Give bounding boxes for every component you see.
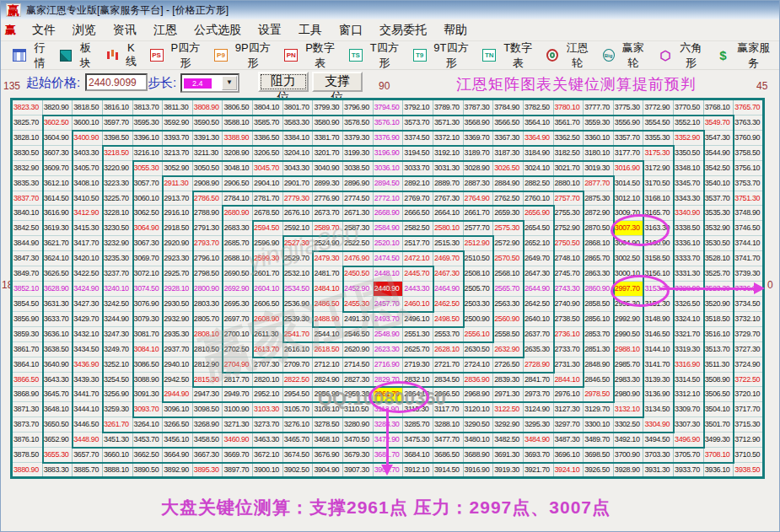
- toolbar-button-10[interactable]: Big赢家轮: [598, 38, 654, 73]
- start-price-input[interactable]: [85, 73, 148, 91]
- bigwheel-icon: Big: [603, 49, 615, 62]
- toolbar-button-label: 赢家服务: [733, 40, 774, 71]
- toolbar-button-7[interactable]: T99T四方形: [408, 38, 478, 73]
- app-window: 赢 赢家江恩专业版[赢家服务平台] - [价格正方形] 赢 文件浏览资讯江恩公式…: [0, 0, 780, 532]
- toolbar-button-12[interactable]: $赢家服务: [711, 38, 779, 73]
- box-orange-icon: P9: [214, 49, 228, 62]
- start-price-label: 起始价格:: [26, 75, 80, 91]
- status-bar: 大盘关键位测算：支撑2961点 压力：2997点、3007点: [1, 481, 779, 532]
- toolbar-button-2[interactable]: K线: [100, 39, 144, 72]
- toolbar-button-label: 9T四方形: [430, 40, 473, 71]
- grid-outer-border: [10, 98, 765, 479]
- toolbar-button-3[interactable]: PSP四方形: [145, 38, 210, 73]
- box-teal-icon: TS: [349, 49, 363, 62]
- header-note: 江恩矩阵图表关键位测算提前预判: [456, 74, 697, 94]
- toolbar-button-label: 六角形: [675, 40, 706, 71]
- toolbar-button-label: T四方形: [366, 40, 403, 71]
- toolbar-button-5[interactable]: PNP数字表: [279, 38, 344, 73]
- support-button[interactable]: 支撑位: [312, 72, 363, 92]
- box-teal-icon: T9: [413, 49, 427, 62]
- box-red-icon: PS: [150, 49, 164, 62]
- wheel-icon: [546, 49, 558, 62]
- hex-icon: ⬡: [659, 49, 672, 62]
- toolbar-button-label: P数字表: [301, 40, 339, 71]
- menu-item-6[interactable]: 工具: [291, 21, 330, 40]
- table-icon: [13, 49, 26, 62]
- toolbar: 行情板块K线PSP四方形P99P四方形PNP数字表TST四方形T99T四方形TN…: [1, 41, 779, 70]
- child-window-icon: 赢: [5, 23, 16, 38]
- toolbar-button-9[interactable]: 江恩轮: [541, 38, 597, 73]
- dollar-icon: $: [716, 49, 729, 62]
- gann-square-grid: 3823.303820.903818.503816.103813.703811.…: [10, 98, 767, 481]
- toolbar-button-0[interactable]: 行情: [8, 38, 55, 73]
- box-red-icon: PN: [284, 49, 298, 62]
- candle-icon: [105, 49, 119, 62]
- toolbar-button-6[interactable]: TST四方形: [344, 38, 408, 73]
- step-label: 步长:: [148, 75, 176, 91]
- step-selected-value: 2.4: [184, 78, 212, 89]
- resistance-button[interactable]: 阻力位: [258, 72, 309, 92]
- toolbar-button-label: 江恩轮: [562, 40, 592, 71]
- toolbar-button-11[interactable]: ⬡六角形: [654, 38, 711, 73]
- toolbar-button-label: 板块: [75, 40, 95, 71]
- menu-item-7[interactable]: 窗口: [331, 21, 370, 40]
- app-logo-icon: 赢: [6, 3, 21, 17]
- degree-label-45: 45: [756, 80, 767, 92]
- degree-label-0: 0: [767, 279, 773, 291]
- toolbar-button-label: K线: [122, 41, 139, 69]
- title-bar: 赢 赢家江恩专业版[赢家服务平台] - [价格正方形]: [1, 1, 779, 19]
- toolbar-button-label: T数字表: [499, 40, 536, 71]
- toolbar-button-label: 9P四方形: [231, 40, 274, 71]
- key-levels-status-text: 大盘关键位测算：支撑2961点 压力：2997点、3007点: [161, 496, 611, 519]
- toolbar-button-label: P四方形: [167, 40, 205, 71]
- blocks-icon: [60, 50, 72, 62]
- controls-bar: 135 起始价格: 步长: 2.4 ▼ 阻力位 支撑位 90 江恩矩阵图表关键位…: [1, 70, 779, 98]
- menu-item-1[interactable]: 浏览: [65, 21, 104, 40]
- step-dropdown[interactable]: 2.4 ▼: [180, 73, 239, 93]
- toolbar-button-label: 赢家轮: [618, 40, 648, 71]
- menu-item-4[interactable]: 公式选股: [186, 21, 249, 40]
- box-teal-icon: TN: [482, 49, 496, 62]
- toolbar-button-1[interactable]: 板块: [55, 38, 100, 73]
- toolbar-button-label: 行情: [30, 40, 50, 71]
- menu-item-2[interactable]: 资讯: [105, 21, 144, 40]
- toolbar-button-8[interactable]: TNT数字表: [477, 38, 541, 73]
- chevron-down-icon[interactable]: ▼: [222, 76, 237, 90]
- menu-item-0[interactable]: 文件: [24, 21, 63, 40]
- window-title: 赢家江恩专业版[赢家服务平台] - [价格正方形]: [26, 3, 229, 18]
- menu-item-9[interactable]: 帮助: [436, 21, 475, 40]
- degree-label-90: 90: [379, 80, 390, 92]
- menu-item-8[interactable]: 交易委托: [372, 21, 434, 40]
- menu-item-5[interactable]: 设置: [250, 21, 289, 40]
- menu-item-3[interactable]: 江恩: [146, 21, 185, 40]
- toolbar-button-4[interactable]: P99P四方形: [209, 38, 279, 73]
- degree-label-135: 135: [3, 80, 20, 92]
